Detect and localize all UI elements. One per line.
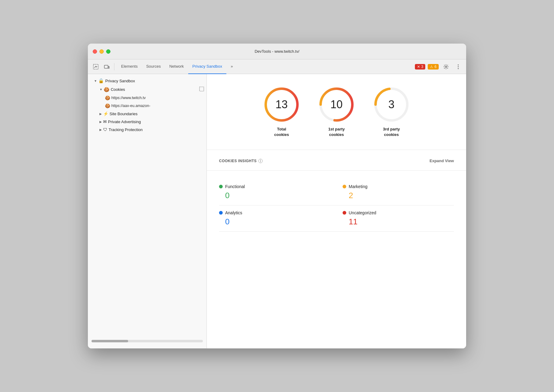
- sidebar-item-twitch[interactable]: 🍪 https://www.twitch.tv: [88, 94, 207, 102]
- title-bar: DevTools - www.twitch.tv/: [88, 44, 466, 59]
- toolbar-right: ✕ 3 ⚠ 6: [415, 62, 463, 72]
- sidebar-item-amazon[interactable]: 🍪 https://aax-eu.amazon-: [88, 102, 207, 110]
- toolbar-divider-1: [114, 63, 114, 70]
- functional-label: Functional: [225, 184, 245, 189]
- cookies-icon: 🍪: [104, 87, 110, 92]
- svg-rect-7: [200, 87, 204, 91]
- stat-total-cookies: 13 Total cookies: [263, 86, 300, 137]
- stat-third-party: 3 3rd party cookies: [373, 86, 410, 137]
- svg-rect-2: [108, 66, 109, 68]
- uncategorized-dot: [343, 211, 346, 215]
- sidebar: ▼ 🔒 Privacy Sandbox ▼ 🍪 Cookies 🍪 https:…: [88, 74, 207, 348]
- expand-view-button[interactable]: Expand View: [430, 159, 454, 163]
- settings-icon[interactable]: [441, 62, 451, 72]
- site-boundaries-icon: ⚡: [103, 111, 108, 116]
- content-area: 13 Total cookies: [207, 74, 466, 348]
- close-button[interactable]: [93, 49, 97, 54]
- svg-rect-0: [93, 64, 98, 69]
- analytics-label-row: Analytics: [219, 210, 324, 215]
- sidebar-item-private-advertising[interactable]: ▶ ✉ Private Advertising: [88, 118, 207, 126]
- svg-point-3: [445, 66, 447, 67]
- svg-point-5: [458, 66, 459, 67]
- main-layout: ▼ 🔒 Privacy Sandbox ▼ 🍪 Cookies 🍪 https:…: [88, 74, 466, 348]
- chevron-right-icon: ▶: [99, 128, 102, 131]
- svg-rect-1: [104, 65, 108, 68]
- tab-elements[interactable]: Elements: [117, 59, 142, 74]
- cookie-item-icon: 🍪: [105, 95, 110, 100]
- chevron-right-icon: ▶: [99, 120, 102, 123]
- insight-functional: Functional 0: [219, 179, 336, 205]
- marketing-dot: [343, 185, 346, 188]
- insights-divider: [207, 170, 466, 171]
- cookie-stats: 13 Total cookies: [207, 74, 466, 150]
- third-party-label: 3rd party cookies: [383, 127, 400, 137]
- maximize-button[interactable]: [106, 49, 110, 54]
- tab-network[interactable]: Network: [165, 59, 188, 74]
- insights-header: COOKIES INSIGHTS i Expand View: [219, 159, 454, 163]
- tab-sources[interactable]: Sources: [142, 59, 165, 74]
- first-party-circle: 10: [318, 86, 355, 123]
- functional-dot: [219, 185, 223, 188]
- total-cookies-number: 13: [275, 98, 288, 111]
- insights-title: COOKIES INSIGHTS i: [219, 159, 263, 163]
- cookie-item-icon: 🍪: [105, 103, 110, 108]
- scrollbar-track[interactable]: [92, 340, 203, 342]
- sidebar-item-site-boundaries[interactable]: ▶ ⚡ Site Boundaries: [88, 110, 207, 118]
- error-badge[interactable]: ✕ 3: [415, 64, 426, 69]
- uncategorized-label: Uncategorized: [349, 210, 376, 215]
- sidebar-item-tracking-protection[interactable]: ▶ 🛡 Tracking Protection: [88, 126, 207, 134]
- marketing-value: 2: [343, 191, 454, 200]
- tracking-protection-icon: 🛡: [103, 127, 107, 132]
- responsive-icon[interactable]: [102, 62, 112, 72]
- more-options-icon[interactable]: [453, 62, 463, 72]
- third-party-circle: 3: [373, 86, 410, 123]
- uncategorized-label-row: Uncategorized: [343, 210, 454, 215]
- svg-point-4: [458, 64, 459, 65]
- marketing-label: Marketing: [349, 184, 367, 189]
- minimize-button[interactable]: [99, 49, 104, 54]
- sidebar-item-cookies[interactable]: ▼ 🍪 Cookies: [88, 85, 207, 94]
- insights-grid: Functional 0 Marketing 2: [219, 179, 454, 232]
- stat-first-party: 10 1st party cookies: [318, 86, 355, 137]
- scrollbar-thumb[interactable]: [92, 340, 128, 342]
- analytics-label: Analytics: [225, 210, 242, 215]
- insights-info-icon[interactable]: i: [258, 159, 263, 163]
- total-cookies-circle: 13: [263, 86, 300, 123]
- privacy-sandbox-icon: 🔒: [98, 78, 104, 84]
- total-cookies-label: Total cookies: [274, 127, 289, 137]
- traffic-lights: [93, 49, 110, 54]
- insight-analytics: Analytics 0: [219, 205, 336, 232]
- functional-value: 0: [219, 191, 324, 200]
- warning-icon: ⚠: [430, 65, 433, 69]
- insight-uncategorized: Uncategorized 11: [336, 205, 454, 232]
- third-party-number: 3: [388, 98, 394, 111]
- warning-badge[interactable]: ⚠ 6: [428, 64, 439, 69]
- insights-section: COOKIES INSIGHTS i Expand View Functiona…: [207, 150, 466, 240]
- sidebar-item-privacy-sandbox[interactable]: ▼ 🔒 Privacy Sandbox: [88, 77, 207, 85]
- cookies-select-icon[interactable]: [199, 87, 204, 92]
- toolbar-tabs: Elements Sources Network Privacy Sandbox…: [117, 59, 414, 74]
- first-party-label: 1st party cookies: [328, 127, 345, 137]
- first-party-number: 10: [330, 98, 343, 111]
- svg-point-6: [458, 68, 459, 69]
- window-title: DevTools - www.twitch.tv/: [255, 49, 300, 54]
- error-icon: ✕: [417, 65, 420, 69]
- insight-marketing: Marketing 2: [336, 179, 454, 205]
- chevron-down-icon: ▼: [99, 88, 103, 91]
- sidebar-scrollbar-area: [88, 336, 207, 346]
- toolbar: Elements Sources Network Privacy Sandbox…: [88, 59, 466, 74]
- tab-more[interactable]: »: [226, 59, 237, 74]
- uncategorized-value: 11: [343, 217, 454, 226]
- analytics-value: 0: [219, 217, 324, 226]
- chevron-down-icon: ▼: [94, 79, 97, 83]
- functional-label-row: Functional: [219, 184, 324, 189]
- inspector-icon[interactable]: [91, 62, 101, 72]
- analytics-dot: [219, 211, 223, 215]
- private-advertising-icon: ✉: [103, 119, 107, 124]
- chevron-right-icon: ▶: [99, 112, 102, 116]
- tab-privacy-sandbox[interactable]: Privacy Sandbox: [188, 59, 227, 74]
- marketing-label-row: Marketing: [343, 184, 454, 189]
